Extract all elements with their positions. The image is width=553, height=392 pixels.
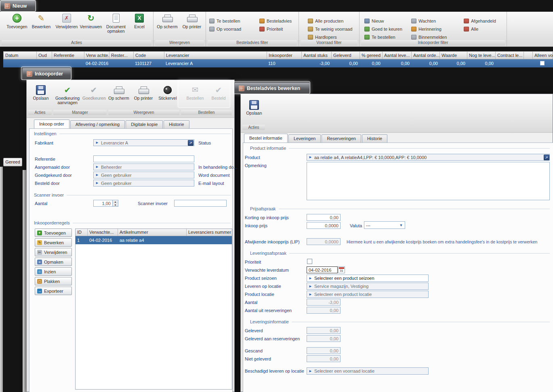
filter-te-bestellen-orders[interactable]: Te bestellen	[364, 34, 395, 40]
valuta-dropdown[interactable]: ---	[364, 221, 405, 229]
vernieuwen-button[interactable]: Vernieuwen	[79, 13, 103, 29]
grid-column-header[interactable]: ID	[76, 229, 88, 236]
spin-up-icon[interactable]: ▲	[113, 200, 118, 203]
filter-alle[interactable]: Alle	[464, 26, 478, 32]
tab-bestel-informatie[interactable]: Bestel informatie	[244, 134, 288, 143]
filter-hardlopers[interactable]: Hardlopers	[308, 34, 337, 40]
leveren-op-locatie-combo[interactable]: Service magazijn, Vestiging	[307, 283, 429, 290]
spin-down-icon[interactable]: ▼	[113, 203, 118, 207]
spinner-buttons[interactable]: ▲▼	[112, 200, 118, 206]
filter-te-bestellen[interactable]: Te bestellen	[209, 18, 240, 24]
tab-digitale-kopie[interactable]: Digitale kopie	[126, 120, 163, 128]
row-checkbox[interactable]	[540, 61, 545, 65]
regel-plakken-button[interactable]: □Plakken	[35, 277, 72, 285]
main-window-title-tab[interactable]: Nieuw	[0, 0, 36, 12]
grid-column-header[interactable]: Leveranciers nummer	[187, 229, 231, 236]
referentie-field[interactable]	[93, 155, 194, 162]
fabrikant-field[interactable]: Leverancier A	[93, 139, 194, 146]
filter-wachten[interactable]: Wachten	[411, 18, 436, 24]
filter-alle-producten[interactable]: Alle producten	[308, 18, 343, 24]
goedkeuren-button[interactable]: Goedkeuren	[82, 85, 105, 101]
aangemaakt-door-field[interactable]: Beheerder	[93, 164, 194, 170]
tab-reserveringen[interactable]: Reserveringen	[322, 134, 361, 143]
besteld-door-field[interactable]: Geen gebruiker	[93, 180, 194, 187]
product-locatie-combo[interactable]: Selecteer een product locatie	[307, 291, 429, 298]
document-opmaken-button[interactable]: Document opmaken	[103, 13, 129, 34]
aantal-stepper[interactable]: 1,00 ▲▼	[93, 200, 118, 207]
filter-afgehandeld[interactable]: Afgehandeld	[464, 18, 496, 24]
grid-column-header[interactable]: Waarde	[440, 52, 467, 59]
stickervel-button[interactable]: Stickervel	[157, 85, 179, 101]
tab-aflevering-opmerking[interactable]: Aflevering / opmerking	[70, 120, 125, 128]
scanner-invoer-field[interactable]	[174, 200, 227, 207]
filter-te-weinig-voorraad[interactable]: Te weinig voorraad	[308, 26, 352, 32]
bewerken-button[interactable]: Bewerken	[29, 13, 53, 29]
filter-besteladvies[interactable]: Besteladvies	[259, 18, 292, 24]
filter-prioriteit[interactable]: Prioriteit	[259, 26, 283, 32]
regels-grid-body[interactable]	[75, 236, 232, 390]
selected-grid-row[interactable]: 04-02-2016 1101127 Leverancier A 110 -3,…	[3, 59, 553, 67]
grid-column-header[interactable]: Leverancier	[164, 52, 267, 59]
grid-column-header[interactable]	[524, 52, 533, 59]
regel-verwijderen-button[interactable]: ✂Verwijderen	[35, 248, 72, 256]
excel-button[interactable]: Excel	[128, 13, 150, 29]
grid-column-header[interactable]: Datum	[4, 52, 37, 59]
leverdatum-field[interactable]: 04-02-2016	[307, 266, 338, 273]
tab-leveringen[interactable]: Leveringen	[288, 134, 321, 143]
opslaan-button[interactable]: Opslaan	[31, 85, 51, 101]
product-seizoen-combo[interactable]: Selecteer een product seizoen	[307, 275, 429, 282]
regel-inzien-button[interactable]: ○Inzien	[35, 267, 72, 276]
grid-column-header[interactable]: % gereed	[360, 52, 383, 59]
besteladvies-window-title-tab[interactable]: Besteladvies bewerken	[234, 82, 310, 94]
grid-column-header[interactable]: Rester...	[109, 52, 134, 59]
chevron-down-icon[interactable]	[398, 222, 404, 228]
filter-herinnering[interactable]: Herinnering	[411, 26, 442, 32]
inkooporder-window-title-tab[interactable]: Inkooporder	[22, 68, 71, 80]
grid-column-header[interactable]: Verwachte...	[88, 229, 118, 236]
product-open-button[interactable]	[544, 155, 549, 160]
grid-column-header[interactable]: Aantal orde...	[412, 52, 440, 59]
regel-toevoegen-button[interactable]: +Toevoegen	[35, 228, 72, 237]
filter-goed-te-keuren[interactable]: Goed te keuren	[364, 26, 402, 32]
grid-column-header[interactable]: Artikelnummer	[118, 229, 187, 236]
grid-column-header[interactable]: Oud	[37, 52, 52, 59]
op-printer-button[interactable]: Op printer	[132, 85, 154, 101]
tab-historie[interactable]: Historie	[164, 120, 189, 128]
grid-column-header[interactable]: Aantal stuks	[302, 52, 332, 59]
op-scherm-button[interactable]: Op scherm	[156, 13, 179, 29]
grid-column-header[interactable]: Verw achte...	[84, 52, 109, 59]
filter-binnenmelden[interactable]: Binnenmelden	[411, 34, 447, 40]
filter-nieuw[interactable]: Nieuw	[364, 18, 384, 24]
calendar-icon[interactable]: 31	[338, 266, 345, 273]
regel-exporteer-button[interactable]: →Exporteer	[35, 287, 72, 295]
grid-column-header[interactable]: Nog te leve...	[467, 52, 496, 59]
fabrikant-open-button[interactable]	[188, 140, 193, 146]
filter-op-voorraad[interactable]: Op voorraad	[209, 26, 241, 32]
grid-column-header[interactable]: Code	[134, 52, 164, 59]
grid-column-header[interactable]: Geleverd	[332, 52, 360, 59]
regels-selected-row[interactable]: 1 04-02-2016 aa relatie a4	[75, 236, 232, 244]
grid-column-header[interactable]: Referentie	[52, 52, 84, 59]
inkoop-prijs-field[interactable]: 0,0000	[307, 222, 341, 229]
op-scherm-button[interactable]: Op scherm	[108, 85, 129, 101]
korting-field[interactable]: 0,00	[307, 214, 341, 221]
opmerking-textarea[interactable]	[307, 162, 550, 200]
besteld-button[interactable]: Besteld	[208, 85, 229, 101]
bestellen-button[interactable]: Bestellen	[185, 85, 205, 101]
toevoegen-button[interactable]: Toevoegen	[5, 13, 29, 29]
goedkeuring-aanvragen-button[interactable]: Goedkeuring aanvragen	[54, 85, 81, 105]
regel-bewerken-button[interactable]: ✎Bewerken	[35, 238, 72, 247]
tab-historie[interactable]: Historie	[362, 134, 387, 143]
grid-column-header[interactable]: Alleen voor ...	[533, 52, 553, 59]
grid-column-header[interactable]: Inkooporder	[267, 52, 302, 59]
tab-inkoop-order[interactable]: Inkoop order	[34, 119, 69, 128]
grid-column-header[interactable]: Contract le...	[496, 52, 524, 59]
gereed-button[interactable]: Gereed	[3, 158, 22, 166]
goedgekeurd-door-field[interactable]: Geen gebruiker	[93, 172, 194, 178]
beschadigd-leveren-combo[interactable]: Selecteer een voorraad locatie	[307, 367, 429, 375]
prioriteit-checkbox[interactable]	[307, 259, 312, 264]
regel-opmaken-button[interactable]: ≡Opmaken	[35, 258, 72, 266]
op-printer-button[interactable]: Op printer	[180, 13, 204, 29]
verwijderen-button[interactable]: Verwijderen	[54, 13, 79, 29]
grid-column-header[interactable]: Aantal leve...	[383, 52, 412, 59]
